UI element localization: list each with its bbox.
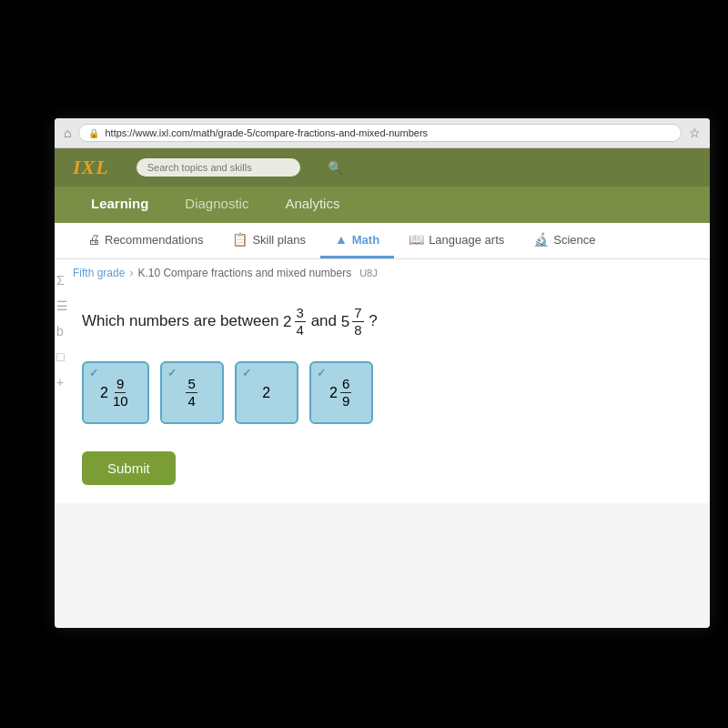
sub-navigation: 🖨 Recommendations 📋 Skill plans ▲ Math 📖…	[55, 223, 710, 259]
choice-2[interactable]: ✓ 5 4	[160, 361, 224, 424]
main-content: Which numbers are between 2 3 4 and 5 7 …	[55, 287, 710, 503]
plus-icon[interactable]: +	[56, 375, 68, 389]
b-icon: b	[56, 324, 68, 339]
fraction2: 5 7 8	[341, 305, 365, 339]
check-4: ✓	[317, 367, 326, 379]
bookmark-icon[interactable]: ☆	[689, 126, 701, 140]
square-icon: □	[56, 349, 68, 364]
tab-analytics[interactable]: Analytics	[267, 187, 358, 223]
check-3: ✓	[242, 367, 251, 379]
browser-window: ⌂ 🔒 https://www.ixl.com/math/grade-5/com…	[55, 118, 710, 628]
fraction1-fraction: 3 4	[295, 305, 306, 339]
sigma-icon[interactable]: Σ	[56, 273, 68, 288]
choice-1-whole: 2	[100, 385, 108, 401]
question-text: Which numbers are between 2 3 4 and 5 7 …	[82, 305, 682, 339]
check-1: ✓	[89, 367, 98, 379]
breadcrumb-code: U8J	[359, 268, 378, 278]
url-text: https://www.ixl.com/math/grade-5/compare…	[105, 127, 428, 138]
ixl-logo: IXL	[73, 156, 109, 179]
ixl-header: IXL 🔍	[55, 148, 710, 187]
submit-button[interactable]: Submit	[82, 451, 176, 485]
subnav-science[interactable]: 🔬 Science	[519, 223, 610, 258]
breadcrumb: Fifth grade › K.10 Compare fractions and…	[55, 259, 710, 287]
subnav-math[interactable]: ▲ Math	[320, 223, 394, 258]
math-icon: ▲	[335, 232, 348, 247]
choice-4-whole: 2	[329, 385, 338, 401]
skill-plans-icon: 📋	[232, 232, 248, 247]
subnav-skill-plans[interactable]: 📋 Skill plans	[217, 223, 320, 258]
choice-2-value: 5 4	[185, 376, 197, 410]
answer-choices: ✓ 2 9 10 ✓ 5 4	[82, 361, 682, 424]
recommendations-icon: 🖨	[87, 232, 100, 247]
language-arts-icon: 📖	[409, 232, 424, 247]
subnav-language-arts[interactable]: 📖 Language arts	[394, 223, 519, 258]
breadcrumb-separator: ›	[129, 267, 133, 279]
choice-1-value: 2 9 10	[100, 376, 131, 410]
breadcrumb-grade[interactable]: Fifth grade	[73, 267, 125, 279]
choice-3-value: 2	[262, 385, 270, 401]
science-icon: 🔬	[533, 232, 549, 247]
choice-3[interactable]: ✓ 2	[235, 361, 298, 424]
choice-4-fraction: 6 9	[340, 376, 351, 410]
subnav-recommendations[interactable]: 🖨 Recommendations	[73, 223, 217, 258]
choice-4[interactable]: ✓ 2 6 9	[309, 361, 373, 424]
check-2: ✓	[167, 367, 177, 379]
choice-1[interactable]: ✓ 2 9 10	[82, 361, 149, 424]
fraction2-fraction: 7 8	[352, 305, 363, 339]
question-end: ?	[369, 312, 377, 329]
browser-chrome: ⌂ 🔒 https://www.ixl.com/math/grade-5/com…	[55, 118, 710, 148]
menu-icon[interactable]: ☰	[56, 298, 68, 313]
search-input[interactable]	[136, 158, 300, 177]
choice-1-fraction: 9 10	[111, 376, 130, 410]
main-nav: Learning Diagnostic Analytics	[55, 187, 710, 223]
fraction1-whole: 2	[283, 310, 291, 334]
address-bar[interactable]: 🔒 https://www.ixl.com/math/grade-5/compa…	[78, 124, 682, 142]
lock-icon: 🔒	[88, 128, 99, 138]
fraction1: 2 3 4	[283, 305, 307, 339]
tab-learning[interactable]: Learning	[73, 187, 167, 223]
search-icon[interactable]: 🔍	[328, 160, 343, 175]
choice-2-fraction: 5 4	[186, 376, 197, 410]
home-icon[interactable]: ⌂	[64, 126, 71, 140]
question-prefix: Which numbers are between	[82, 312, 283, 329]
fraction2-whole: 5	[341, 310, 349, 334]
choice-4-value: 2 6 9	[329, 376, 352, 410]
question-and: and	[311, 312, 341, 329]
tab-diagnostic[interactable]: Diagnostic	[167, 187, 267, 223]
breadcrumb-skill: K.10 Compare fractions and mixed numbers	[137, 267, 351, 279]
